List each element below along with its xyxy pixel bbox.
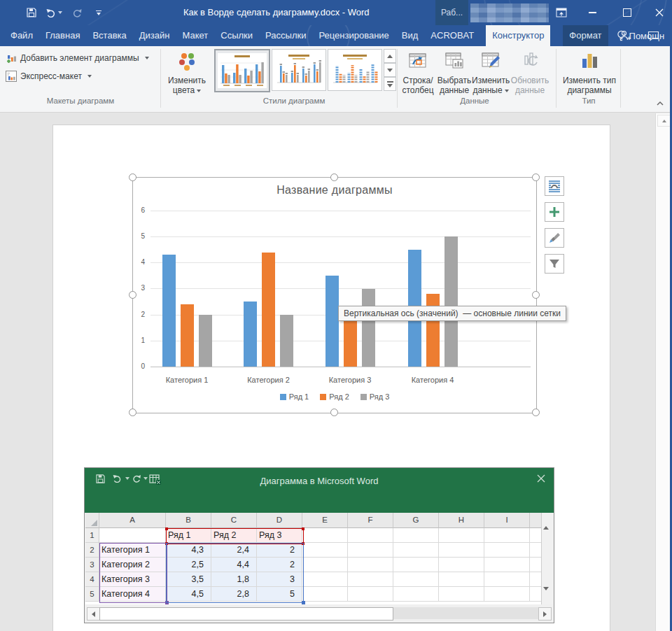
excel-close-icon[interactable] <box>537 474 545 483</box>
cell-D5[interactable]: 5 <box>257 587 302 602</box>
gallery-more-button[interactable] <box>384 77 396 91</box>
excel-vertical-scrollbar[interactable] <box>541 513 553 604</box>
cell-D2[interactable]: 2 <box>257 543 302 558</box>
selection-handle-n[interactable] <box>330 173 338 181</box>
select-data-button[interactable]: Выбрать данные <box>437 49 472 95</box>
col-header-B[interactable]: B <box>166 513 211 528</box>
layout-options-button[interactable] <box>545 176 564 196</box>
collapse-ribbon-icon[interactable] <box>657 99 664 109</box>
bar-series3-cat2[interactable] <box>280 315 293 367</box>
ribbon-display-options-icon[interactable] <box>547 0 575 25</box>
cell-I1[interactable] <box>484 528 530 543</box>
col-header-I[interactable]: I <box>484 513 530 528</box>
gallery-scroll-up[interactable] <box>384 49 396 63</box>
change-colors-button[interactable]: Изменить цвета <box>164 49 210 95</box>
scroll-up-icon[interactable] <box>543 514 549 527</box>
cell-E4[interactable] <box>302 572 348 587</box>
edit-data-button[interactable]: Изменить данные <box>472 49 510 95</box>
scroll-thumb[interactable] <box>99 607 393 621</box>
chart-style-3[interactable] <box>328 49 382 91</box>
selection-handle-nw[interactable] <box>129 173 136 181</box>
tab-mailings[interactable]: Рассылки <box>259 25 312 46</box>
cell-D4[interactable]: 3 <box>257 572 302 587</box>
cell-I3[interactable] <box>484 558 530 572</box>
tab-design[interactable]: Дизайн <box>133 25 176 46</box>
cell-B2[interactable]: 4,3 <box>166 543 211 558</box>
row-header-2[interactable]: 2 <box>85 543 99 558</box>
col-header-H[interactable]: H <box>439 513 484 528</box>
cell-E3[interactable] <box>302 558 348 572</box>
tab-review[interactable]: Рецензирование <box>312 25 395 46</box>
row-header-1[interactable]: 1 <box>85 528 99 543</box>
redo-icon[interactable] <box>67 3 85 22</box>
chart-style-1[interactable] <box>214 49 270 92</box>
bar-series2-cat3[interactable] <box>344 320 357 367</box>
cell-F3[interactable] <box>348 558 393 572</box>
bar-series1-cat1[interactable] <box>162 255 176 367</box>
switch-row-column-button[interactable]: Строка/ столбец <box>399 49 437 95</box>
cell-G3[interactable] <box>393 558 439 572</box>
cell-A3[interactable]: Категория 2 <box>99 558 166 572</box>
selection-handle-se[interactable] <box>532 409 540 416</box>
tab-layout[interactable]: Макет <box>176 25 214 46</box>
cell-F4[interactable] <box>348 572 393 587</box>
save-icon[interactable] <box>22 3 41 22</box>
cell-F2[interactable] <box>348 543 393 558</box>
gallery-scroll-down[interactable] <box>384 63 396 77</box>
quick-layout-button[interactable]: Экспресс-макет <box>6 71 92 82</box>
select-all-corner[interactable] <box>85 513 99 528</box>
cell-E2[interactable] <box>302 543 348 558</box>
tab-home[interactable]: Главная <box>39 25 86 46</box>
cell-A2[interactable]: Категория 1 <box>99 543 166 558</box>
bar-series1-cat3[interactable] <box>326 276 339 367</box>
scroll-left-icon[interactable] <box>87 607 100 621</box>
undo-dropdown-caret[interactable] <box>58 11 62 14</box>
row-header-3[interactable]: 3 <box>85 558 99 572</box>
col-header-D[interactable]: D <box>257 513 302 528</box>
scroll-up-icon[interactable] <box>657 115 671 127</box>
chart-filters-button[interactable] <box>545 254 564 274</box>
selection-handle-sw[interactable] <box>129 409 136 416</box>
selection-handle-s[interactable] <box>330 409 338 416</box>
add-chart-element-button[interactable]: Добавить элемент диаграммы <box>6 52 149 64</box>
row-header-4[interactable]: 4 <box>85 572 99 587</box>
cell-C4[interactable]: 1,8 <box>211 572 257 587</box>
minimize-icon[interactable] <box>578 0 606 25</box>
cell-H3[interactable] <box>439 558 484 572</box>
cell-G5[interactable] <box>393 587 439 602</box>
cell-B3[interactable]: 2,5 <box>166 558 211 572</box>
bar-series3-cat3[interactable] <box>362 289 375 367</box>
scroll-track[interactable] <box>393 607 538 619</box>
document-scrollbar[interactable] <box>655 113 671 631</box>
cell-G4[interactable] <box>393 572 439 587</box>
cell-D1[interactable]: Ряд 3 <box>257 528 302 543</box>
cell-A5[interactable]: Категория 4 <box>99 587 166 602</box>
tab-acrobat[interactable]: ACROBAT <box>424 25 480 46</box>
row-header-5[interactable]: 5 <box>85 587 99 602</box>
cell-H1[interactable] <box>439 528 484 543</box>
scroll-down-icon[interactable] <box>543 590 549 603</box>
tab-chart-design[interactable]: Конструктор <box>486 25 550 46</box>
cell-F5[interactable] <box>348 587 393 602</box>
cell-C3[interactable]: 4,4 <box>211 558 257 572</box>
cell-B1[interactable]: Ряд 1 <box>166 528 211 543</box>
selection-handle-ne[interactable] <box>532 173 540 181</box>
bar-series1-cat2[interactable] <box>244 302 257 367</box>
cell-E5[interactable] <box>302 587 348 602</box>
cell-I4[interactable] <box>484 572 530 587</box>
cell-C1[interactable]: Ряд 2 <box>211 528 257 543</box>
cell-A1[interactable] <box>99 528 166 543</box>
bar-series2-cat4[interactable] <box>426 294 440 367</box>
cell-A4[interactable]: Категория 3 <box>99 572 166 587</box>
tab-view[interactable]: Вид <box>396 25 425 46</box>
selection-handle-w[interactable] <box>129 291 136 299</box>
maximize-icon[interactable] <box>613 0 641 25</box>
customize-qat-icon[interactable] <box>90 3 108 22</box>
tab-file[interactable]: Файл <box>4 25 39 46</box>
tab-insert[interactable]: Вставка <box>86 25 132 46</box>
cell-B5[interactable]: 4,5 <box>166 587 211 602</box>
close-icon[interactable] <box>645 0 672 25</box>
comment-icon[interactable] <box>643 25 664 46</box>
share-person-icon[interactable] <box>615 25 636 46</box>
chart-styles-button[interactable] <box>545 228 564 248</box>
